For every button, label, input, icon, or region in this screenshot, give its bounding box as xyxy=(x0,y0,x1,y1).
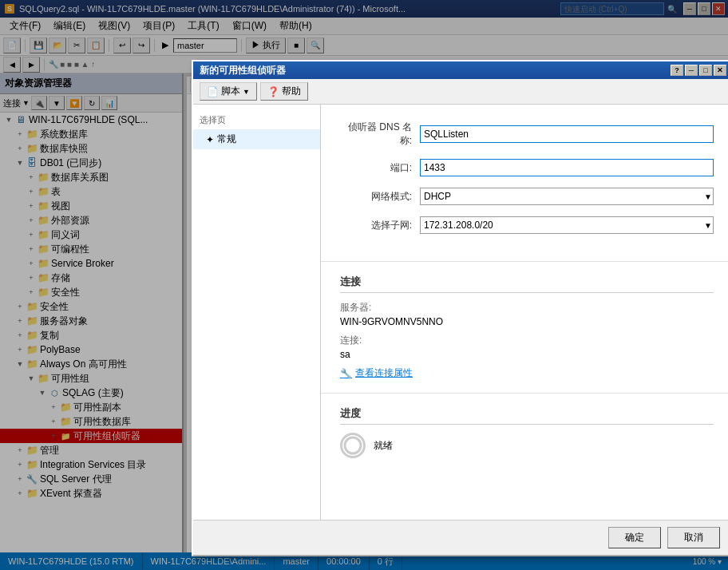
port-input[interactable] xyxy=(420,159,714,176)
conn-label-text: 连接: xyxy=(340,334,714,347)
subnet-select[interactable]: 172.31.208.0/20 xyxy=(420,216,714,234)
server-label-text: 服务器: xyxy=(340,301,714,315)
network-select[interactable]: DHCP Static IP xyxy=(420,188,714,205)
script-btn[interactable]: 📄 脚本 ▼ xyxy=(200,82,257,101)
progress-status: 就绪 xyxy=(374,439,393,453)
server-value-text: WIN-9GRVOMNV5NNO xyxy=(340,316,714,327)
network-select-wrapper[interactable]: DHCP Static IP ▼ xyxy=(420,188,714,205)
dns-label: 侦听器 DNS 名称: xyxy=(340,121,420,148)
modal-title-controls: ? ─ □ ✕ xyxy=(671,65,726,76)
view-conn-link[interactable]: 🔧 查看连接属性 xyxy=(340,366,714,380)
subnet-label: 选择子网: xyxy=(340,219,420,232)
dns-row: 侦听器 DNS 名称: xyxy=(340,121,714,148)
nav-general-icon: ✦ xyxy=(206,134,214,145)
nav-section-label: 选择页 xyxy=(193,111,320,129)
script-arrow-icon: ▼ xyxy=(243,88,250,96)
help-btn-label: 帮助 xyxy=(282,85,301,98)
ok-button[interactable]: 确定 xyxy=(608,527,661,548)
new-listener-dialog: 新的可用性组侦听器 ? ─ □ ✕ 📄 脚本 ▼ ❓ 帮助 xyxy=(192,60,728,556)
port-row: 端口: xyxy=(340,159,714,176)
modal-toolbar: 📄 脚本 ▼ ❓ 帮助 xyxy=(193,79,728,105)
link-icon: 🔧 xyxy=(340,368,352,379)
cancel-button[interactable]: 取消 xyxy=(667,527,720,548)
modal-footer: 确定 取消 xyxy=(193,520,728,555)
port-label: 端口: xyxy=(340,161,420,175)
progress-area: 就绪 xyxy=(340,433,714,458)
subnet-select-wrapper[interactable]: 172.31.208.0/20 ▼ xyxy=(420,216,714,234)
progress-title: 进度 xyxy=(340,406,714,425)
progress-section: 进度 就绪 xyxy=(321,394,728,471)
connection-section: 连接 服务器: WIN-9GRVOMNV5NNO 连接: sa 🔧 查看连接属性 xyxy=(321,262,728,394)
link-text: 查看连接属性 xyxy=(355,366,413,380)
script-btn-label: 脚本 xyxy=(221,85,240,98)
modal-help-btn[interactable]: ? xyxy=(671,65,683,76)
form-area: 侦听器 DNS 名称: 端口: 网络模式: DHCP xyxy=(321,105,728,262)
script-icon: 📄 xyxy=(207,86,219,97)
progress-icon xyxy=(340,433,366,458)
modal-body: 选择页 ✦ 常规 侦听器 DNS 名称: 端口: xyxy=(193,105,728,520)
help-icon: ❓ xyxy=(267,86,279,97)
network-label: 网络模式: xyxy=(340,190,420,204)
modal-nav: 选择页 ✦ 常规 xyxy=(193,105,321,520)
modal-title-text: 新的可用性组侦听器 xyxy=(200,64,286,77)
modal-overlay: 新的可用性组侦听器 ? ─ □ ✕ 📄 脚本 ▼ ❓ 帮助 xyxy=(0,0,728,570)
modal-title-bar: 新的可用性组侦听器 ? ─ □ ✕ xyxy=(193,61,728,79)
modal-main-content: 侦听器 DNS 名称: 端口: 网络模式: DHCP xyxy=(321,105,728,520)
network-row: 网络模式: DHCP Static IP ▼ xyxy=(340,188,714,205)
help-btn[interactable]: ❓ 帮助 xyxy=(260,82,308,101)
conn-value-text: sa xyxy=(340,349,714,360)
modal-maximize-btn[interactable]: □ xyxy=(699,65,712,76)
nav-general-label: 常规 xyxy=(217,133,236,146)
nav-item-general[interactable]: ✦ 常规 xyxy=(193,129,320,149)
modal-minimize-btn[interactable]: ─ xyxy=(685,65,698,76)
connection-title: 连接 xyxy=(340,275,714,293)
svg-point-2 xyxy=(345,437,361,453)
dns-input[interactable] xyxy=(420,125,714,143)
modal-close-btn[interactable]: ✕ xyxy=(714,65,726,76)
subnet-row: 选择子网: 172.31.208.0/20 ▼ xyxy=(340,216,714,234)
